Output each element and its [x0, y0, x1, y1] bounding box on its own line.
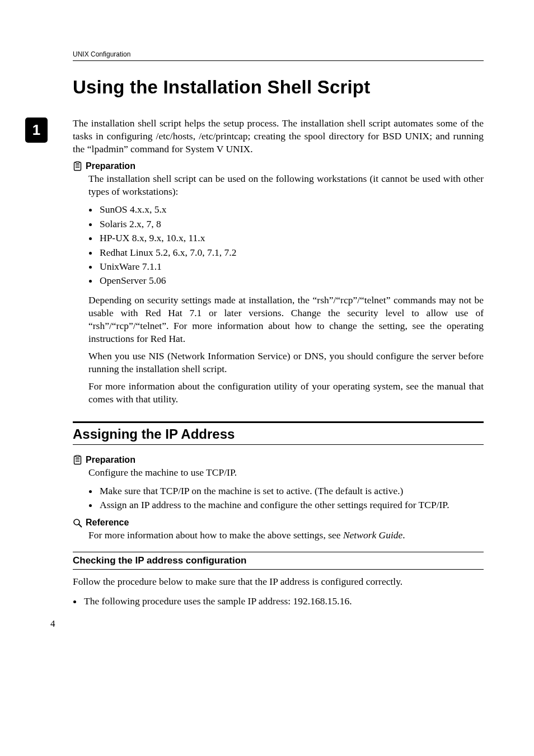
list-item: Assign an IP address to the machine and … [99, 498, 484, 512]
chapter-tab: 1 [25, 118, 48, 143]
reference-paragraph: For more information about how to make t… [88, 529, 484, 542]
svg-line-11 [79, 524, 82, 527]
reference-text-a: For more information about how to make t… [88, 529, 343, 541]
svg-rect-1 [76, 162, 79, 163]
svg-rect-6 [76, 456, 79, 457]
subsection-bullet-list: The following procedure uses the sample … [73, 594, 484, 608]
clipboard-icon [73, 455, 82, 465]
list-item: OpenServer 5.06 [99, 274, 484, 288]
reference-heading: Reference [73, 518, 484, 528]
prep1-paragraph-3: When you use NIS (Network Information Se… [88, 350, 484, 375]
prep1-bullet-list: SunOS 4.x.x, 5.x Solaris 2.x, 7, 8 HP-UX… [88, 203, 484, 288]
list-item: SunOS 4.x.x, 5.x [99, 203, 484, 217]
clipboard-icon [73, 161, 82, 171]
list-item: The following procedure uses the sample … [83, 594, 484, 608]
prep1-paragraph-1: The installation shell script can be use… [88, 172, 484, 198]
preparation-label: Preparation [86, 455, 135, 465]
page-number: 4 [50, 618, 484, 630]
preparation-heading-2: Preparation [73, 455, 484, 465]
list-item: HP-UX 8.x, 9.x, 10.x, 11.x [99, 231, 484, 245]
reference-text-italic: Network Guide [343, 529, 402, 541]
list-item: Redhat Linux 5.2, 6.x, 7.0, 7.1, 7.2 [99, 246, 484, 260]
reference-text-b: . [402, 529, 405, 541]
list-item: Make sure that TCP/IP on the machine is … [99, 484, 484, 498]
running-header: UNIX Configuration [73, 50, 484, 61]
preparation-label: Preparation [86, 161, 135, 171]
prep1-paragraph-2: Depending on security settings made at i… [88, 294, 484, 345]
magnifier-icon [73, 518, 82, 528]
list-item: UnixWare 7.1.1 [99, 260, 484, 274]
page: UNIX Configuration 1 Using the Installat… [0, 0, 534, 652]
reference-label: Reference [86, 518, 129, 528]
prep2-bullet-list: Make sure that TCP/IP on the machine is … [88, 484, 484, 513]
prep2-paragraph-1: Configure the machine to use TCP/IP. [88, 466, 484, 479]
intro-paragraph: The installation shell script helps the … [73, 117, 484, 156]
section-heading-assigning-ip: Assigning the IP Address [73, 421, 484, 445]
page-title: Using the Installation Shell Script [73, 77, 484, 98]
list-item: Solaris 2.x, 7, 8 [99, 217, 484, 231]
prep1-paragraph-4: For more information about the configura… [88, 380, 484, 406]
preparation-heading-1: Preparation [73, 161, 484, 171]
subsection-heading-checking-ip: Checking the IP address configuration [73, 552, 484, 570]
subsection-paragraph-1: Follow the procedure below to make sure … [73, 575, 484, 588]
